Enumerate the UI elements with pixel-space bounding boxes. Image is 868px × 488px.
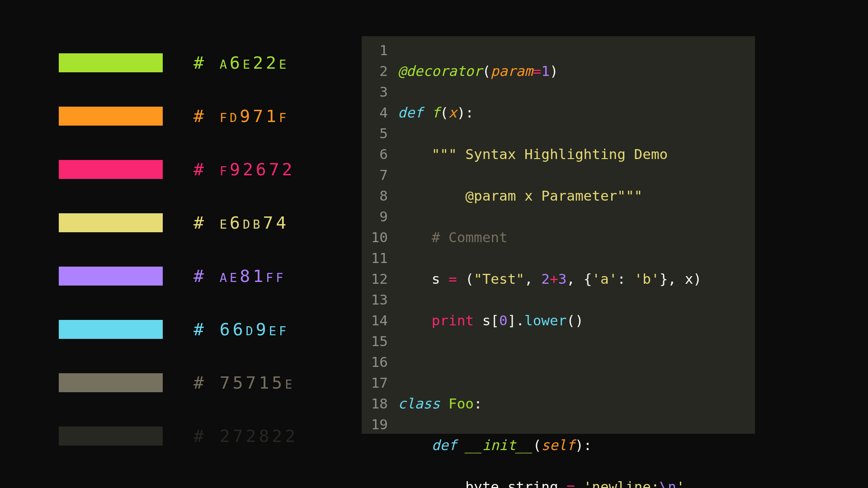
line-number: 1	[362, 40, 393, 61]
palette-row: # E6DB74	[59, 196, 339, 249]
code-line[interactable]: def __init__(self):	[398, 435, 702, 455]
swatch-ae81ff	[59, 267, 163, 286]
palette-row: # 272822	[59, 409, 339, 463]
line-number: 4	[362, 102, 393, 123]
line-number: 11	[362, 248, 393, 268]
line-number: 7	[362, 164, 393, 185]
code-line[interactable]: @param x Parameter"""	[398, 185, 702, 206]
swatch-66d9ef	[59, 320, 163, 339]
palette-row: # FD971F	[59, 89, 339, 143]
line-number: 13	[362, 289, 393, 310]
code-line[interactable]: byte_string = 'newline:\n'	[398, 476, 702, 488]
line-number: 5	[362, 123, 393, 144]
line-number: 12	[362, 268, 393, 289]
code-line[interactable]: print s[0].lower()	[398, 310, 702, 331]
hex-label: # 75715E	[193, 373, 295, 393]
palette-row: # 66D9EF	[59, 303, 339, 356]
swatch-a6e22e	[59, 53, 163, 72]
root: # A6E22E # FD971F # F92672 # E6DB74 # AE…	[0, 0, 868, 488]
swatch-272822	[59, 427, 163, 446]
code-area[interactable]: @decorator(param=1) def f(x): """ Syntax…	[398, 40, 702, 488]
code-line[interactable]: s = ("Test", 2+3, {'a': 'b'}, x)	[398, 268, 702, 289]
line-number: 15	[362, 331, 393, 352]
code-line[interactable]: # Comment	[398, 227, 702, 248]
swatch-e6db74	[59, 213, 163, 232]
code-line[interactable]: class Foo:	[398, 393, 702, 414]
palette-column: # A6E22E # FD971F # F92672 # E6DB74 # AE…	[59, 36, 339, 463]
swatch-75715e	[59, 373, 163, 392]
line-number: 8	[362, 185, 393, 206]
line-number: 9	[362, 206, 393, 227]
code-line[interactable]	[398, 352, 702, 372]
palette-row: # A6E22E	[59, 36, 339, 89]
hex-label: # FD971F	[193, 106, 289, 126]
line-number: 2	[362, 61, 393, 81]
line-number: 3	[362, 81, 393, 102]
line-number: 18	[362, 393, 393, 414]
line-number: 17	[362, 372, 393, 393]
line-number: 19	[362, 414, 393, 435]
palette-row: # F92672	[59, 143, 339, 196]
hex-label: # 66D9EF	[193, 319, 289, 339]
line-number: 16	[362, 352, 393, 372]
palette-row: # AE81FF	[59, 249, 339, 303]
code-line[interactable]: @decorator(param=1)	[398, 61, 702, 81]
code-line[interactable]: """ Syntax Highlighting Demo	[398, 144, 702, 164]
swatch-f92672	[59, 160, 163, 179]
hex-label: # 272822	[193, 426, 298, 446]
line-number: 14	[362, 310, 393, 331]
line-number: 6	[362, 144, 393, 164]
hex-label: # F92672	[193, 160, 295, 179]
code-line[interactable]: def f(x):	[398, 102, 702, 123]
line-number: 10	[362, 227, 393, 248]
hex-label: # A6E22E	[193, 53, 289, 73]
swatch-fd971f	[59, 107, 163, 126]
code-editor[interactable]: 1 2 3 4 5 6 7 8 9 10 11 12 13 14 15 16 1…	[362, 36, 755, 434]
line-number-gutter: 1 2 3 4 5 6 7 8 9 10 11 12 13 14 15 16 1…	[362, 40, 393, 435]
palette-row: # 75715E	[59, 356, 339, 409]
hex-label: # E6DB74	[193, 213, 289, 233]
hex-label: # AE81FF	[193, 266, 286, 286]
